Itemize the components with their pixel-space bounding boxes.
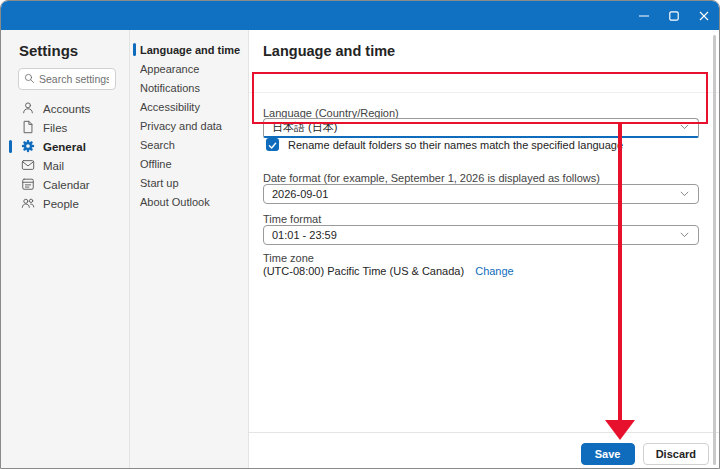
- nav-item-about-outlook[interactable]: About Outlook: [130, 192, 248, 211]
- sidebar-item-label: Mail: [43, 160, 64, 172]
- time-zone-change-link[interactable]: Change: [475, 265, 514, 277]
- page-title: Language and time: [263, 30, 719, 59]
- sidebar-item-files[interactable]: Files: [1, 118, 129, 137]
- time-format-value: 01:01 - 23:59: [272, 229, 337, 241]
- discard-button[interactable]: Discard: [643, 443, 709, 465]
- sidebar-item-label: Accounts: [43, 103, 90, 115]
- nav-item-label: About Outlook: [140, 196, 210, 208]
- settings-title: Settings: [19, 42, 129, 59]
- nav-item-label: Accessibility: [140, 101, 200, 113]
- settings-sidebar: Settings Accounts: [1, 30, 130, 469]
- date-format-value: 2026-09-01: [272, 188, 328, 200]
- chevron-down-icon: [679, 121, 690, 134]
- gear-icon: [21, 139, 35, 155]
- titlebar: [1, 1, 719, 30]
- nav-item-label: Notifications: [140, 82, 200, 94]
- main-panel: Language and time Language (Country/Regi…: [249, 30, 719, 469]
- search-input[interactable]: [39, 73, 109, 85]
- sidebar-item-general[interactable]: General: [1, 137, 129, 156]
- sidebar-item-accounts[interactable]: Accounts: [1, 99, 129, 118]
- nav-item-label: Language and time: [140, 44, 240, 56]
- calendar-icon: [21, 177, 35, 193]
- people-icon: [21, 196, 35, 212]
- nav-item-accessibility[interactable]: Accessibility: [130, 97, 248, 116]
- sidebar-item-label: General: [43, 141, 86, 153]
- chevron-down-icon: [679, 229, 690, 242]
- rename-folders-checkbox[interactable]: [266, 138, 279, 151]
- settings-window: Settings Accounts: [0, 0, 720, 469]
- nav-item-label: Start up: [140, 177, 179, 189]
- scrollbar[interactable]: [713, 35, 716, 465]
- close-icon: [699, 11, 709, 21]
- nav-item-label: Privacy and data: [140, 120, 222, 132]
- selection-bar: [133, 43, 136, 56]
- date-format-select[interactable]: 2026-09-01: [263, 184, 699, 204]
- maximize-icon: [669, 11, 679, 21]
- nav-item-label: Search: [140, 139, 175, 151]
- search-box[interactable]: [18, 68, 116, 90]
- search-icon: [24, 70, 35, 88]
- sidebar-item-mail[interactable]: Mail: [1, 156, 129, 175]
- rename-folders-label: Rename default folders so their names ma…: [288, 139, 623, 151]
- language-select-value: 日本語 (日本): [272, 120, 337, 135]
- footer-buttons: Save Discard: [581, 443, 709, 465]
- rename-folders-row: Rename default folders so their names ma…: [266, 138, 623, 151]
- nav-item-notifications[interactable]: Notifications: [130, 78, 248, 97]
- nav-item-start-up[interactable]: Start up: [130, 173, 248, 192]
- sidebar-item-label: Calendar: [43, 179, 90, 191]
- save-button[interactable]: Save: [581, 443, 635, 465]
- nav-item-label: Offline: [140, 158, 172, 170]
- sidebar-item-label: Files: [43, 122, 67, 134]
- selection-bar: [9, 140, 12, 153]
- nav-item-privacy-and-data[interactable]: Privacy and data: [130, 116, 248, 135]
- general-nav: Language and time Appearance Notificatio…: [130, 30, 249, 469]
- time-format-label: Time format: [263, 213, 321, 225]
- sidebar-item-people[interactable]: People: [1, 194, 129, 213]
- envelope-icon: [21, 158, 35, 174]
- nav-item-offline[interactable]: Offline: [130, 154, 248, 173]
- settings-sidebar-list: Accounts Files: [1, 99, 129, 213]
- nav-item-appearance[interactable]: Appearance: [130, 59, 248, 78]
- language-select[interactable]: 日本語 (日本): [263, 118, 699, 138]
- nav-item-search[interactable]: Search: [130, 135, 248, 154]
- nav-item-language-and-time[interactable]: Language and time: [130, 40, 248, 59]
- document-icon: [21, 120, 35, 136]
- nav-item-label: Appearance: [140, 63, 199, 75]
- person-icon: [21, 101, 35, 117]
- footer-divider: [249, 432, 719, 433]
- time-zone-value: (UTC-08:00) Pacific Time (US & Canada): [263, 265, 464, 277]
- close-button[interactable]: [689, 1, 719, 30]
- minimize-icon: [639, 11, 649, 21]
- maximize-button[interactable]: [659, 1, 689, 30]
- minimize-button[interactable]: [629, 1, 659, 30]
- check-icon: [268, 136, 277, 154]
- heading-divider: [249, 92, 719, 93]
- time-zone-label: Time zone: [263, 252, 314, 264]
- date-format-label: Date format (for example, September 1, 2…: [263, 172, 600, 184]
- time-format-select[interactable]: 01:01 - 23:59: [263, 225, 699, 245]
- sidebar-item-label: People: [43, 198, 79, 210]
- sidebar-item-calendar[interactable]: Calendar: [1, 175, 129, 194]
- time-zone-row: (UTC-08:00) Pacific Time (US & Canada) C…: [263, 265, 514, 277]
- chevron-down-icon: [679, 188, 690, 201]
